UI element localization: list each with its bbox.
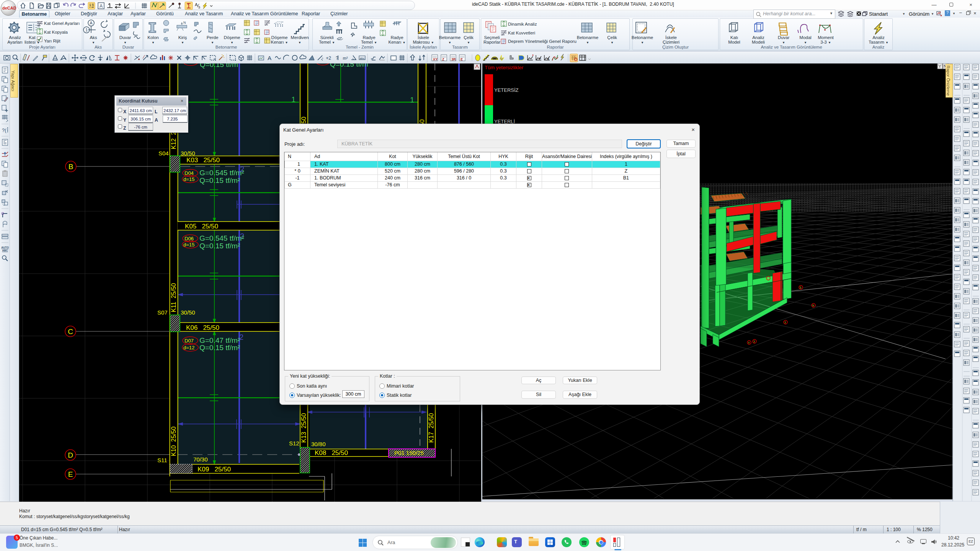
svg-text:Q=0.15 tf/m²: Q=0.15 tf/m² (199, 344, 240, 352)
svg-text:Q=0.15 tf/m²: Q=0.15 tf/m² (199, 176, 240, 184)
svg-text:K11 25/50: K11 25/50 (170, 283, 177, 312)
svg-text:E: E (68, 470, 73, 478)
svg-text:YETERSİZ: YETERSİZ (494, 87, 519, 93)
svg-text:K09 25/50: K09 25/50 (198, 466, 231, 473)
svg-text:d=15: d=15 (183, 242, 194, 248)
svg-text:Z: Z (442, 57, 444, 61)
svg-text:30/50: 30/50 (181, 309, 195, 316)
svg-text:d=12: d=12 (317, 64, 328, 64)
svg-text:5: 5 (767, 277, 769, 280)
svg-text:5: 5 (812, 304, 814, 307)
svg-text:K03 25/50: K03 25/50 (186, 156, 220, 164)
svg-text:P01 150/25: P01 150/25 (394, 450, 424, 456)
svg-text:3: 3 (753, 340, 755, 343)
svg-text:Q=0.15 tf/m: Q=0.15 tf/m (330, 64, 368, 68)
svg-text:B: B (69, 163, 74, 171)
svg-text:A: A (100, 3, 103, 9)
svg-text:S07: S07 (157, 309, 168, 316)
svg-text:30/80: 30/80 (311, 441, 326, 447)
svg-text:30/50: 30/50 (181, 150, 195, 156)
svg-text:K06 25/50: K06 25/50 (186, 324, 219, 331)
svg-text:Tüm yetersizlikler: Tüm yetersizlikler (485, 65, 524, 70)
svg-text:A: A (268, 55, 271, 61)
svg-text:D04: D04 (185, 170, 194, 176)
svg-text:Q=0.15 tf/m: Q=0.15 tf/m (200, 64, 238, 68)
svg-text:K08 25/50: K08 25/50 (315, 449, 348, 456)
svg-text:s: s (198, 5, 200, 9)
svg-text:K05 25/50: K05 25/50 (185, 223, 218, 230)
svg-text:1: 1 (410, 96, 414, 104)
svg-text:?(: ?( (2, 127, 7, 133)
svg-text:2: 2 (547, 57, 549, 60)
svg-text:+2: +2 (326, 55, 331, 61)
svg-text:d=12: d=12 (183, 345, 194, 350)
svg-text:G=0.545 tf/m²: G=0.545 tf/m² (199, 234, 244, 242)
svg-text:S12: S12 (289, 440, 299, 447)
svg-text:S04: S04 (158, 150, 169, 156)
svg-text:D06: D06 (185, 236, 194, 241)
svg-text:E: E (461, 57, 463, 61)
svg-text:3: 3 (784, 321, 786, 324)
svg-text:G=0.545 tf/m²: G=0.545 tf/m² (199, 169, 244, 177)
svg-text:3R: 3R (451, 57, 456, 61)
svg-text:Q=0.15 tf/m²: Q=0.15 tf/m² (199, 242, 240, 250)
svg-text:K17 25/50: K17 25/50 (428, 413, 434, 443)
svg-text:1: 1 (291, 95, 296, 104)
svg-text:XY: XY (433, 57, 438, 61)
svg-text:d=15: d=15 (183, 176, 194, 182)
svg-text:m²: m² (343, 56, 348, 60)
svg-text:abc: abc (360, 57, 365, 60)
svg-text:K13 25/50: K13 25/50 (301, 413, 307, 443)
svg-text:4: 4 (748, 341, 750, 344)
svg-text:d=12: d=12 (185, 64, 196, 65)
svg-text:G=0.47 tf/m²: G=0.47 tf/m² (199, 336, 240, 344)
svg-text:K10 25/50: K10 25/50 (170, 427, 177, 456)
svg-text:AUTO: AUTO (1, 246, 9, 249)
svg-text:A: A (195, 2, 198, 7)
svg-text:70/30: 70/30 (193, 456, 208, 463)
svg-text:ABC: ABC (2, 249, 8, 252)
svg-text:D: D (68, 451, 73, 459)
svg-text:P: P (539, 57, 541, 60)
svg-text:5: 5 (800, 286, 801, 289)
svg-text:D07: D07 (185, 338, 194, 344)
svg-text:S11: S11 (157, 457, 167, 463)
svg-text:C: C (68, 328, 73, 336)
